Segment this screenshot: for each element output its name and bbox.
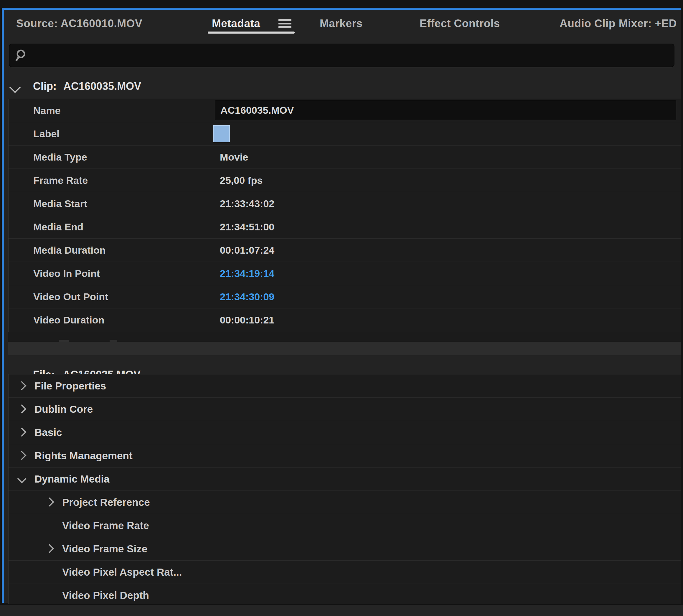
tab-markers[interactable]: Markers: [320, 17, 362, 30]
item-label: Video Pixel Depth: [62, 590, 149, 601]
scrollbar-track[interactable]: [8, 342, 681, 355]
search-input[interactable]: [32, 49, 674, 62]
group-label: Basic: [35, 426, 62, 438]
timecode-value[interactable]: 21:34:19:14: [220, 268, 274, 279]
clip-section-prefix: Clip:: [33, 80, 57, 92]
tab-audio-clip-mixer[interactable]: Audio Clip Mixer: +ED: [559, 17, 677, 30]
row-label: Video In Point: [33, 268, 100, 279]
panel-tab-bar: Source: AC160010.MOV Metadata Markers Ef…: [4, 10, 681, 44]
row-label: Frame Rate: [33, 175, 88, 186]
row-media-duration: Media Duration 00:01:07:24: [8, 239, 681, 262]
row-label: Media Duration: [33, 244, 106, 256]
chevron-down-icon[interactable]: [9, 81, 21, 93]
group-label: File Properties: [35, 380, 106, 392]
row-media-type: Media Type Movie: [8, 146, 681, 169]
row-value: 25,00 fps: [220, 175, 263, 186]
chevron-right-icon[interactable]: [17, 404, 26, 413]
metadata-panel: Source: AC160010.MOV Metadata Markers Ef…: [2, 8, 681, 603]
row-media-start: Media Start 21:33:43:02: [8, 192, 681, 215]
active-tab-underline: [208, 31, 295, 34]
tab-metadata[interactable]: Metadata: [212, 17, 260, 30]
chevron-right-icon[interactable]: [17, 427, 26, 437]
row-name: Name: [8, 99, 681, 122]
row-label: Video Duration: [33, 314, 104, 326]
timecode-value[interactable]: 21:34:30:09: [220, 291, 274, 303]
item-video-frame-rate[interactable]: Video Frame Rate: [8, 514, 681, 537]
row-value: Movie: [220, 151, 248, 163]
group-rights-management[interactable]: Rights Management: [8, 444, 681, 467]
row-value: 21:33:43:02: [220, 198, 274, 210]
chevron-right-icon[interactable]: [45, 497, 54, 506]
group-file-properties[interactable]: File Properties: [8, 374, 681, 398]
tab-effect-controls[interactable]: Effect Controls: [420, 17, 500, 30]
row-frame-rate: Frame Rate 25,00 fps: [8, 169, 681, 192]
group-label: Rights Management: [35, 450, 133, 462]
row-video-out-point: Video Out Point 21:34:30:09: [8, 285, 681, 308]
chevron-right-icon[interactable]: [17, 451, 26, 460]
row-video-in-point: Video In Point 21:34:19:14: [8, 262, 681, 285]
row-video-duration: Video Duration 00:00:10:21: [8, 308, 681, 331]
row-label: Video Out Point: [33, 291, 108, 303]
group-label: Dynamic Media: [35, 473, 110, 485]
chevron-right-icon[interactable]: [45, 544, 54, 553]
chevron-right-icon[interactable]: [17, 381, 26, 390]
group-dublin-core[interactable]: Dublin Core: [8, 398, 681, 421]
group-video-frame-size[interactable]: Video Frame Size: [8, 537, 681, 560]
tab-source[interactable]: Source: AC160010.MOV: [16, 17, 142, 30]
row-label: Media End: [33, 221, 83, 233]
row-label: Media Type: [33, 151, 87, 163]
item-video-pixel-depth[interactable]: Video Pixel Depth: [8, 584, 681, 607]
group-dynamic-media[interactable]: Dynamic Media: [8, 467, 681, 491]
group-label: Dublin Core: [35, 403, 93, 415]
clip-section-title: AC160035.MOV: [63, 80, 141, 92]
row-label: Label: [33, 128, 60, 140]
search-icon: [15, 49, 28, 62]
chevron-down-icon[interactable]: [17, 474, 26, 483]
item-label: Video Frame Rate: [62, 520, 149, 531]
row-value: 00:01:07:24: [220, 244, 274, 256]
item-label: Video Pixel Aspect Rat...: [62, 566, 182, 578]
item-video-pixel-aspect-ratio[interactable]: Video Pixel Aspect Rat...: [8, 560, 681, 584]
group-project-reference[interactable]: Project Reference: [8, 491, 681, 514]
bottom-panel-edge: [0, 605, 683, 616]
file-metadata-tree: File Properties Dublin Core Basic Rights…: [8, 374, 681, 604]
group-label: Project Reference: [62, 497, 150, 508]
row-label-color: Label: [8, 122, 681, 146]
group-label: Video Frame Size: [62, 543, 147, 555]
clip-properties-table: Name Label Media Type Movie Frame Rate 2…: [8, 99, 681, 332]
app-root: Source: AC160010.MOV Metadata Markers Ef…: [0, 0, 683, 616]
label-color-swatch[interactable]: [213, 125, 230, 142]
row-media-end: Media End 21:34:51:00: [8, 215, 681, 239]
metadata-search-box[interactable]: [9, 44, 675, 67]
panel-menu-icon[interactable]: [279, 19, 291, 28]
clip-section-header[interactable]: Clip: AC160035.MOV: [4, 77, 681, 97]
group-basic[interactable]: Basic: [8, 421, 681, 444]
row-label: Name: [33, 105, 61, 116]
clip-name-field[interactable]: [215, 101, 676, 120]
row-label: Media Start: [33, 198, 87, 210]
clipped-row: [8, 332, 681, 342]
row-value: 00:00:10:21: [220, 314, 274, 326]
row-value: 21:34:51:00: [220, 221, 274, 233]
